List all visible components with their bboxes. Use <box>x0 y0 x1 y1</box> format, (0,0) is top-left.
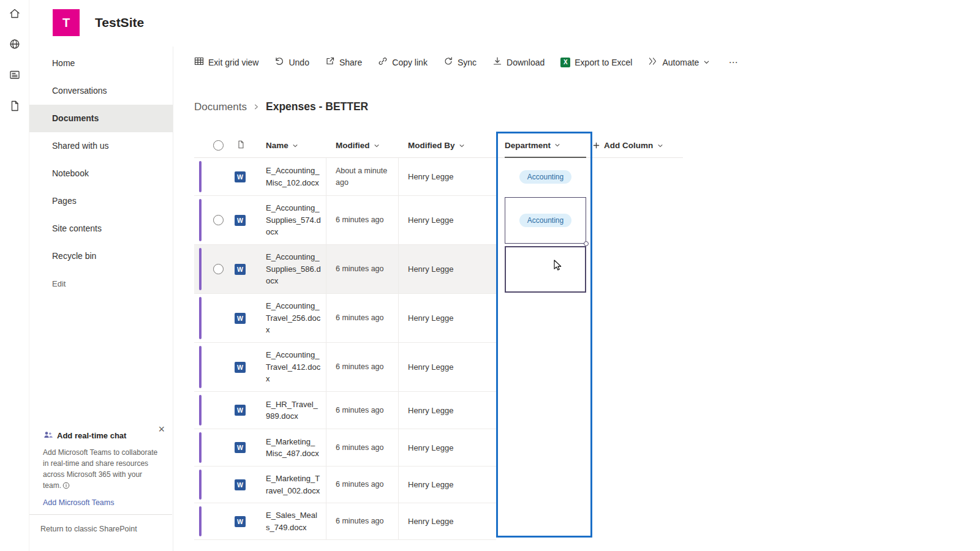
file-name-cell[interactable]: E_Accounting_Travel_412.docx <box>257 343 326 392</box>
row-select-cell[interactable] <box>194 343 230 392</box>
add-column-cell <box>592 343 683 392</box>
row-selector-circle[interactable] <box>213 215 224 225</box>
chevron-down-icon <box>374 143 380 149</box>
file-name-cell[interactable]: E_Marketing_Misc_487.docx <box>257 429 326 467</box>
department-cell-box[interactable] <box>505 246 586 293</box>
header-file-type[interactable] <box>230 140 257 151</box>
table-row[interactable]: W E_Accounting_Travel_412.docx 6 minutes… <box>194 343 683 392</box>
department-cell-box[interactable] <box>505 504 586 539</box>
document-icon[interactable] <box>9 100 21 112</box>
command-bar: Exit grid view Undo Share Copy link Sync… <box>173 47 980 68</box>
department-cell[interactable] <box>496 294 592 343</box>
table-row[interactable]: W E_HR_Travel_989.docx 6 minutes ago Hen… <box>194 392 683 429</box>
sync-button[interactable]: Sync <box>443 56 477 68</box>
department-cell[interactable] <box>496 343 592 392</box>
file-name-cell[interactable]: E_Accounting_Misc_102.docx <box>257 158 326 196</box>
row-select-cell[interactable] <box>194 392 230 429</box>
file-name-cell[interactable]: E_HR_Travel_989.docx <box>257 392 326 429</box>
column-header-modified[interactable]: Modified <box>326 141 399 150</box>
department-cell[interactable]: Accounting <box>496 158 592 196</box>
sync-icon <box>443 56 453 68</box>
row-select-cell[interactable] <box>194 158 230 196</box>
department-cell[interactable] <box>496 392 592 429</box>
column-header-modified-by[interactable]: Modified By <box>399 141 496 150</box>
sidebar-item-conversations[interactable]: Conversations <box>29 77 173 105</box>
sidebar-item-shared-with-us[interactable]: Shared with us <box>29 132 173 160</box>
sidebar-item-edit[interactable]: Edit <box>29 270 173 298</box>
export-to-excel-button[interactable]: X Export to Excel <box>560 58 632 67</box>
sidebar-item-notebook[interactable]: Notebook <box>29 160 173 187</box>
file-name-cell[interactable]: E_Sales_Meals_749.docx <box>257 503 326 540</box>
department-cell-box[interactable] <box>505 295 586 342</box>
home-icon[interactable] <box>9 7 21 20</box>
sidebar-item-home[interactable]: Home <box>29 50 173 77</box>
department-cell-box[interactable] <box>505 393 586 428</box>
file-name-cell[interactable]: E_Accounting_Supplies_586.docx <box>257 245 326 294</box>
add-microsoft-teams-link[interactable]: Add Microsoft Teams <box>43 498 164 507</box>
add-column-button[interactable]: Add Column <box>592 141 683 150</box>
department-cell-box[interactable] <box>505 344 586 391</box>
modified-by-cell: Henry Legge <box>399 392 496 429</box>
word-file-icon: W <box>235 362 246 373</box>
row-select-cell[interactable] <box>194 429 230 467</box>
department-cell-box[interactable]: Accounting <box>505 159 586 195</box>
sidebar-item-pages[interactable]: Pages <box>29 187 173 215</box>
undo-button[interactable]: Undo <box>274 56 309 68</box>
add-column-cell <box>592 503 683 540</box>
automate-icon <box>648 56 658 68</box>
department-cell-box[interactable] <box>505 430 586 465</box>
table-row[interactable]: W E_Accounting_Misc_102.docx About a min… <box>194 158 683 196</box>
table-row[interactable]: W E_Accounting_Travel_256.docx 6 minutes… <box>194 294 683 343</box>
column-header-department[interactable]: Department <box>496 133 592 157</box>
column-header-name[interactable]: Name <box>257 141 326 150</box>
file-name-cell[interactable]: E_Marketing_Travel_002.docx <box>257 467 326 503</box>
copy-link-button[interactable]: Copy link <box>378 56 428 68</box>
chevron-right-icon <box>253 102 260 113</box>
table-row[interactable]: W E_Accounting_Supplies_586.docx 6 minut… <box>194 245 683 294</box>
teams-promo-card: × Add real-time chat Add Microsoft Teams… <box>29 421 172 514</box>
table-row[interactable]: W E_Marketing_Travel_002.docx 6 minutes … <box>194 467 683 503</box>
word-file-icon: W <box>235 313 246 324</box>
sidebar-item-recycle-bin[interactable]: Recycle bin <box>29 242 173 270</box>
site-title[interactable]: TestSite <box>95 15 144 30</box>
word-file-icon: W <box>235 479 246 490</box>
site-logo[interactable]: T <box>53 9 80 36</box>
row-select-cell[interactable] <box>194 196 230 245</box>
info-icon[interactable] <box>62 481 70 492</box>
department-cell[interactable] <box>496 503 592 540</box>
file-name-cell[interactable]: E_Accounting_Travel_256.docx <box>257 294 326 343</box>
globe-icon[interactable] <box>9 38 21 50</box>
modified-by-cell: Henry Legge <box>399 196 496 245</box>
more-commands-button[interactable]: ⋯ <box>726 57 741 68</box>
header-select-cell <box>194 140 230 151</box>
sidebar-item-documents[interactable]: Documents <box>29 105 173 132</box>
file-name-cell[interactable]: E_Accounting_Supplies_574.docx <box>257 196 326 245</box>
share-button[interactable]: Share <box>325 56 362 68</box>
row-selector-circle[interactable] <box>213 264 224 274</box>
department-cell-box[interactable]: Accounting <box>505 197 586 244</box>
close-icon[interactable]: × <box>158 424 165 435</box>
row-select-cell[interactable] <box>194 294 230 343</box>
automate-button[interactable]: Automate <box>648 56 710 68</box>
department-cell[interactable] <box>496 467 592 503</box>
row-select-cell[interactable] <box>194 245 230 294</box>
download-button[interactable]: Download <box>492 56 545 68</box>
department-cell[interactable] <box>496 429 592 467</box>
table-row[interactable]: W E_Sales_Meals_749.docx 6 minutes ago H… <box>194 503 683 540</box>
return-to-classic-link[interactable]: Return to classic SharePoint <box>40 525 137 533</box>
chevron-down-icon <box>292 143 298 149</box>
breadcrumb-documents[interactable]: Documents <box>194 101 247 113</box>
row-select-cell[interactable] <box>194 467 230 503</box>
row-select-cell[interactable] <box>194 503 230 540</box>
fill-handle[interactable] <box>584 241 589 246</box>
add-column-cell <box>592 245 683 294</box>
table-row[interactable]: W E_Marketing_Misc_487.docx 6 minutes ag… <box>194 429 683 467</box>
sidebar-item-site-contents[interactable]: Site contents <box>29 215 173 242</box>
exit-grid-view-button[interactable]: Exit grid view <box>194 56 258 68</box>
department-cell[interactable] <box>496 245 592 294</box>
table-row[interactable]: W E_Accounting_Supplies_574.docx 6 minut… <box>194 196 683 245</box>
department-cell[interactable]: Accounting <box>496 196 592 245</box>
select-all-circle[interactable] <box>213 140 224 151</box>
department-cell-box[interactable] <box>505 468 586 502</box>
news-icon[interactable] <box>9 69 21 81</box>
